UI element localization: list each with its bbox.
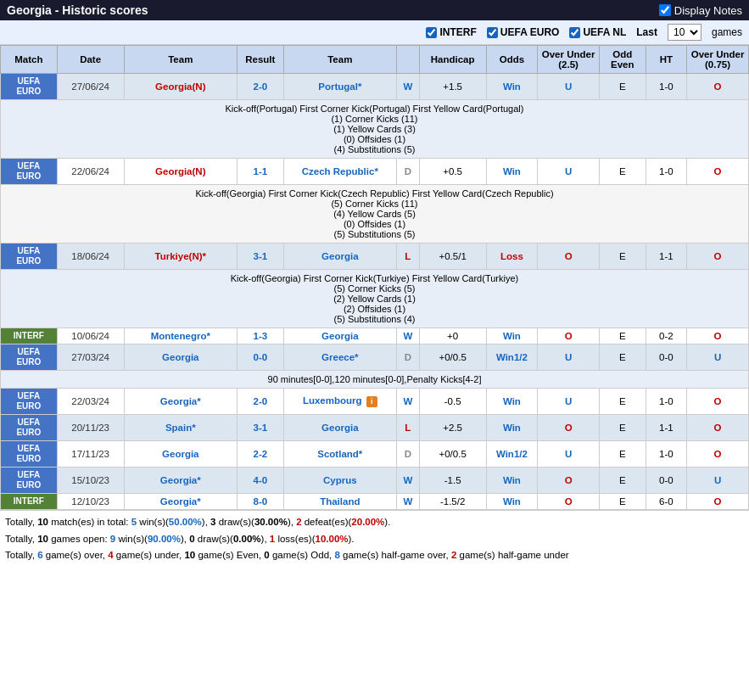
filter-uefa-euro: UEFA EURO [487, 26, 560, 38]
summary-line2: Totally, 10 games open: 9 win(s)(90.00%)… [5, 531, 744, 548]
match-type-cell: UEFAEURO [1, 344, 58, 371]
scores-table: Match Date Team Result Team Handicap Odd… [0, 45, 749, 510]
col-handicap: Handicap [419, 46, 486, 74]
notes-cell: 90 minutes[0-0],120 minutes[0-0],Penalty… [1, 371, 749, 389]
result-cell: 3-1 [238, 244, 284, 270]
date-cell: 18/06/24 [57, 244, 124, 270]
ou075-cell: O [687, 328, 749, 344]
table-row: UEFAEURO22/06/24Georgia(N)1-1Czech Repub… [1, 159, 749, 185]
odds-cell: Win [486, 159, 538, 185]
col-team-home: Team [124, 46, 237, 74]
handicap-cell: +0/0.5 [419, 344, 486, 371]
oe-cell: E [600, 74, 646, 100]
wdl-cell: W [397, 468, 420, 494]
handicap-cell: -0.5 [419, 389, 486, 415]
match-type-cell: UEFAEURO [1, 389, 58, 415]
table-row: UEFAEURO27/03/24Georgia0-0Greece*D+0/0.5… [1, 344, 749, 371]
last-select[interactable]: 5 10 20 30 All [668, 24, 701, 41]
oe-cell: E [600, 468, 646, 494]
ou25-cell: U [538, 441, 600, 468]
table-row: UEFAEURO15/10/23Georgia*4-0CyprusW-1.5Wi… [1, 468, 749, 494]
result-cell: 1-1 [238, 159, 284, 185]
oe-cell: E [600, 159, 646, 185]
table-row: INTERF12/10/23Georgia*8-0ThailandW-1.5/2… [1, 494, 749, 510]
ou25-cell: U [538, 344, 600, 371]
display-notes-control[interactable]: Display Notes [659, 4, 742, 17]
odds-cell: Win [486, 328, 538, 344]
col-ht: HT [646, 46, 687, 74]
match-type-cell: UEFAEURO [1, 159, 58, 185]
display-notes-checkbox[interactable] [659, 4, 671, 16]
handicap-cell: +2.5 [419, 415, 486, 441]
filter-uefa-nl: UEFA NL [569, 26, 626, 38]
team-home-cell: Georgia(N) [124, 74, 237, 100]
ou075-cell: O [687, 441, 749, 468]
team-home-cell: Montenegro* [124, 328, 237, 344]
match-type-cell: INTERF [1, 328, 58, 344]
odds-cell: Win [486, 415, 538, 441]
ou075-cell: O [687, 74, 749, 100]
odds-cell: Loss [486, 244, 538, 270]
team-away-cell: Scotland* [283, 441, 396, 468]
uefa-nl-label: UEFA NL [583, 26, 626, 38]
handicap-cell: -1.5 [419, 468, 486, 494]
ou075-cell: O [687, 389, 749, 415]
filter-bar: INTERF UEFA EURO UEFA NL Last 5 10 20 30… [0, 20, 749, 45]
date-cell: 22/06/24 [57, 159, 124, 185]
ht-cell: 0-2 [646, 328, 687, 344]
notes-row: Kick-off(Georgia) First Corner Kick(Czec… [1, 185, 749, 244]
match-type-cell: UEFAEURO [1, 468, 58, 494]
result-cell: 8-0 [238, 494, 284, 510]
handicap-cell: +0.5/1 [419, 244, 486, 270]
interf-checkbox[interactable] [426, 27, 437, 38]
result-cell: 2-0 [238, 389, 284, 415]
team-home-cell: Georgia [124, 344, 237, 371]
team-home-cell: Georgia* [124, 494, 237, 510]
oe-cell: E [600, 389, 646, 415]
team-home-cell: Georgia* [124, 389, 237, 415]
date-cell: 15/10/23 [57, 468, 124, 494]
team-away-cell: Luxembourg i [283, 389, 396, 415]
wdl-cell: W [397, 74, 420, 100]
odds-cell: Win1/2 [486, 441, 538, 468]
team-away-cell: Cyprus [283, 468, 396, 494]
table-row: UEFAEURO27/06/24Georgia(N)2-0Portugal*W+… [1, 74, 749, 100]
result-cell: 4-0 [238, 468, 284, 494]
last-label: Last [636, 26, 657, 38]
team-home-cell: Georgia* [124, 468, 237, 494]
oe-cell: E [600, 415, 646, 441]
summary-line3: Totally, 6 game(s) over, 4 game(s) under… [5, 547, 744, 564]
page-title: Georgia - Historic scores [7, 3, 148, 17]
wdl-cell: L [397, 415, 420, 441]
uefa-euro-checkbox[interactable] [487, 27, 498, 38]
date-cell: 27/06/24 [57, 74, 124, 100]
col-oe: Odd Even [600, 46, 646, 74]
handicap-cell: +1.5 [419, 74, 486, 100]
handicap-cell: +0/0.5 [419, 441, 486, 468]
col-result: Result [238, 46, 284, 74]
ou25-cell: O [538, 328, 600, 344]
wdl-cell: W [397, 389, 420, 415]
ou25-cell: O [538, 244, 600, 270]
result-cell: 1-3 [238, 328, 284, 344]
info-icon: i [366, 396, 377, 407]
match-type-cell: INTERF [1, 494, 58, 510]
team-away-cell: Georgia [283, 244, 396, 270]
team-home-cell: Georgia [124, 441, 237, 468]
ou25-cell: O [538, 468, 600, 494]
oe-cell: E [600, 494, 646, 510]
result-cell: 2-0 [238, 74, 284, 100]
odds-cell: Win [486, 74, 538, 100]
date-cell: 12/10/23 [57, 494, 124, 510]
ou25-cell: O [538, 415, 600, 441]
result-cell: 2-2 [238, 441, 284, 468]
odds-cell: Win1/2 [486, 344, 538, 371]
ht-cell: 1-0 [646, 159, 687, 185]
match-type-cell: UEFAEURO [1, 415, 58, 441]
wdl-cell: D [397, 159, 420, 185]
col-wdl [397, 46, 420, 74]
uefa-nl-checkbox[interactable] [569, 27, 580, 38]
ou075-cell: U [687, 468, 749, 494]
date-cell: 10/06/24 [57, 328, 124, 344]
ou075-cell: U [687, 344, 749, 371]
